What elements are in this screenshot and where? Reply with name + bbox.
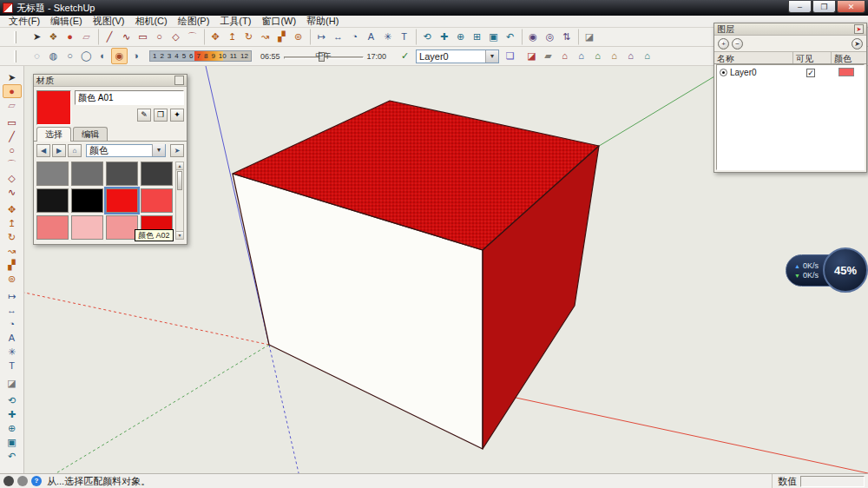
text-button[interactable]: A	[363, 29, 379, 45]
material-swatch[interactable]	[106, 188, 138, 213]
layer-row[interactable]: Layer0 ✓	[717, 65, 864, 79]
name-column-header[interactable]: 名称	[714, 52, 793, 63]
arc-button[interactable]: ⌒	[3, 157, 22, 171]
rotate-button[interactable]: ↻	[240, 29, 257, 45]
hidden-line-button[interactable]: ◯	[78, 48, 95, 64]
previous-view-button[interactable]: ↶	[502, 29, 518, 45]
protractor-button[interactable]: ◔	[3, 317, 22, 331]
maximize-button[interactable]: ❐	[812, 1, 836, 13]
scrollbar-thumb[interactable]	[177, 171, 182, 190]
shadow-time-slider[interactable]: 中午	[284, 50, 364, 63]
material-swatch[interactable]	[106, 215, 138, 240]
axes-button[interactable]: ✳	[3, 345, 22, 359]
material-swatch[interactable]	[71, 215, 103, 240]
menu-item[interactable]: 文件(F)	[3, 16, 45, 27]
shaded-button[interactable]: ◐	[95, 48, 111, 64]
visible-column-header[interactable]: 可见	[793, 52, 832, 63]
chevron-down-icon[interactable]: ▾	[152, 144, 165, 156]
materials-panel-header[interactable]: 材质	[34, 75, 187, 87]
credits-icon[interactable]	[17, 476, 28, 486]
zoom-window-button[interactable]: ⊞	[469, 29, 485, 45]
collection-dropdown[interactable]: 颜色 ▾	[86, 144, 166, 157]
line-button[interactable]: ╱	[3, 129, 22, 143]
look-around-button[interactable]: ◎	[542, 29, 558, 45]
freehand-button[interactable]: ∿	[118, 29, 135, 45]
polygon-button[interactable]: ◇	[3, 171, 22, 185]
speed-monitor-widget[interactable]: ▲ 0K/s ▼ 0K/s 45%	[786, 247, 868, 293]
add-layer-button[interactable]: +	[718, 38, 729, 49]
make-component-button[interactable]: ❖	[45, 29, 62, 45]
material-swatch[interactable]	[106, 162, 138, 186]
current-layer-radio[interactable]	[720, 69, 727, 76]
orbit-button[interactable]: ⟲	[3, 393, 22, 407]
scale-button[interactable]: ▞	[273, 29, 290, 45]
follow-me-button[interactable]: ↝	[257, 29, 273, 45]
circle-button[interactable]: ○	[151, 29, 168, 45]
text-button[interactable]: A	[3, 331, 22, 345]
section-cuts-toggle-button[interactable]: ▰	[540, 48, 556, 64]
layers-detail-button[interactable]: ➤	[854, 24, 864, 34]
back-edges-button[interactable]: ◍	[45, 48, 62, 64]
shadow-date-slider[interactable]: 123456789101112	[149, 50, 252, 62]
pan-button[interactable]: ✚	[3, 407, 22, 421]
zoom-extents-button[interactable]: ▣	[3, 435, 22, 449]
right-view-button[interactable]: ⌂	[606, 48, 622, 64]
eraser-button[interactable]: ▱	[3, 98, 22, 112]
paint-bucket-button[interactable]: ●	[62, 29, 78, 45]
usage-percent-ball[interactable]: 45%	[823, 247, 868, 293]
material-swatch[interactable]	[36, 215, 69, 240]
shaded-textures-button[interactable]: ◉	[111, 48, 128, 64]
offset-button[interactable]: ⊚	[290, 29, 306, 45]
rotate-button[interactable]: ↻	[3, 230, 22, 244]
x-ray-button[interactable]: ◌	[29, 48, 45, 64]
material-swatch[interactable]	[36, 188, 69, 213]
menu-item[interactable]: 帮助(H)	[301, 16, 344, 27]
walk-button[interactable]: ⇅	[558, 29, 575, 45]
paint-bucket-button[interactable]: ●	[3, 84, 22, 98]
monochrome-button[interactable]: ◑	[128, 48, 144, 64]
follow-me-button[interactable]: ↝	[3, 244, 22, 258]
scroll-up-icon[interactable]: ▴	[176, 162, 183, 170]
rectangle-button[interactable]: ▭	[135, 29, 151, 45]
dimension-button[interactable]: ↔	[3, 303, 22, 317]
scale-button[interactable]: ▞	[3, 258, 22, 272]
arc-button[interactable]: ⌒	[184, 29, 201, 45]
offset-button[interactable]: ⊚	[3, 272, 22, 286]
scroll-down-icon[interactable]: ▾	[176, 231, 183, 239]
forward-arrow-button[interactable]: ▶	[52, 144, 66, 157]
geolocation-icon[interactable]	[3, 476, 14, 486]
3d-text-button[interactable]: T	[3, 359, 22, 373]
material-swatch[interactable]	[141, 188, 173, 213]
back-view-button[interactable]: ⌂	[622, 48, 639, 64]
menu-item[interactable]: 相机(C)	[129, 16, 172, 27]
layer-manager-button[interactable]: ❏	[502, 48, 518, 64]
toolbar-grip[interactable]	[14, 50, 16, 63]
material-name-field[interactable]	[75, 90, 184, 105]
push-pull-button[interactable]: ↥	[3, 216, 22, 230]
protractor-button[interactable]: ◔	[346, 29, 363, 45]
eraser-button[interactable]: ▱	[78, 29, 95, 45]
push-pull-button[interactable]: ↥	[224, 29, 240, 45]
iso-view-button[interactable]: ⌂	[556, 48, 573, 64]
model-cube[interactable]	[233, 101, 599, 449]
layer-color-swatch[interactable]	[838, 68, 854, 76]
pan-button[interactable]: ✚	[436, 29, 452, 45]
layer-check-button[interactable]: ✓	[397, 48, 413, 64]
section-plane-toggle-button[interactable]: ◪	[523, 48, 540, 64]
material-swatch[interactable]	[71, 162, 103, 186]
circle-button[interactable]: ○	[3, 143, 22, 157]
create-material-button[interactable]: ✦	[170, 109, 184, 122]
front-view-button[interactable]: ⌂	[589, 48, 606, 64]
layer-visible-checkbox[interactable]: ✓	[806, 69, 815, 77]
top-view-button[interactable]: ⌂	[573, 48, 589, 64]
details-arrow-button[interactable]: ➤	[170, 144, 184, 157]
menu-item[interactable]: 视图(V)	[88, 16, 130, 27]
layer-dropdown[interactable]: Layer0 ▾	[416, 49, 499, 63]
time-slider-thumb[interactable]	[319, 52, 325, 62]
layers-menu-button[interactable]: ➤	[852, 38, 863, 49]
3d-text-button[interactable]: T	[396, 29, 412, 45]
menu-item[interactable]: 工具(T)	[214, 16, 256, 27]
palette-scrollbar[interactable]: ▴ ▾	[175, 162, 184, 240]
axes-button[interactable]: ✳	[379, 29, 396, 45]
toolbar-grip[interactable]	[14, 31, 16, 43]
